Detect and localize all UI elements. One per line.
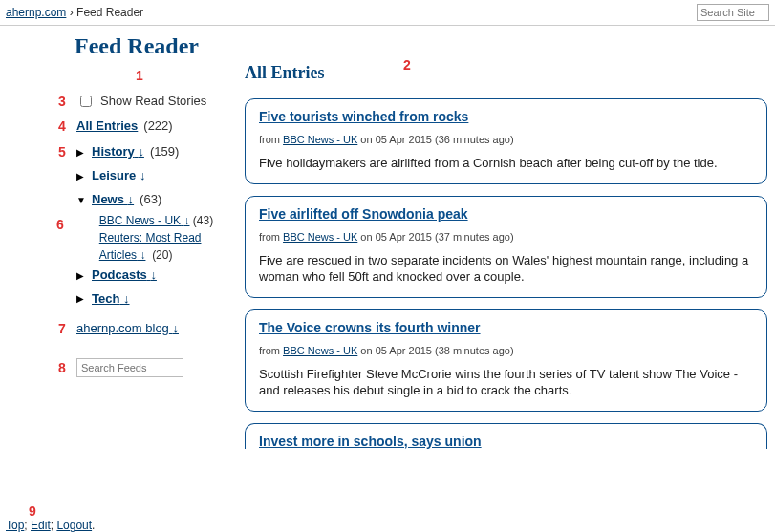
entry-title-link[interactable]: The Voice crowns its fourth winner xyxy=(259,320,481,335)
entry-body: Five holidaymakers are airlifted from a … xyxy=(259,155,753,172)
footer-edit-link[interactable]: Edit xyxy=(31,519,51,532)
page-title: Feed Reader xyxy=(75,33,775,59)
entry-meta: from BBC News - UK on 05 Apr 2015 (36 mi… xyxy=(259,134,753,145)
entry-card: Five tourists winched from rocks from BB… xyxy=(245,98,767,184)
search-feeds-input[interactable] xyxy=(76,358,183,377)
breadcrumb: ahernp.com › Feed Reader xyxy=(0,0,775,26)
main-content: All Entries Five tourists winched from r… xyxy=(235,63,775,449)
all-entries-count: (222) xyxy=(143,115,172,138)
annotation-6: 6 xyxy=(54,212,67,238)
feed-reuters-count: (20) xyxy=(152,248,172,262)
expand-icon[interactable]: ▶ xyxy=(76,289,86,308)
annotation-1: 1 xyxy=(131,63,148,89)
leisure-link[interactable]: Leisure ↓ xyxy=(92,164,145,188)
footer-top-link[interactable]: Top xyxy=(6,519,24,532)
blog-link[interactable]: ahernp.com blog ↓ xyxy=(76,317,179,341)
feed-bbc-count: (43) xyxy=(193,214,213,227)
annotation-8: 8 xyxy=(54,355,71,381)
news-count: (63) xyxy=(140,188,161,212)
entry-meta: from BBC News - UK on 05 Apr 2015 (37 mi… xyxy=(259,231,753,243)
expand-icon[interactable]: ▶ xyxy=(76,143,86,161)
annotation-5: 5 xyxy=(54,139,71,165)
news-link[interactable]: News ↓ xyxy=(92,188,134,212)
entry-source-link[interactable]: BBC News - UK xyxy=(283,345,357,356)
breadcrumb-sep: › xyxy=(66,6,76,19)
entry-title-link[interactable]: Five tourists winched from rocks xyxy=(259,109,468,124)
footer-logout-link[interactable]: Logout xyxy=(56,519,92,532)
entry-source-link[interactable]: BBC News - UK xyxy=(283,231,357,243)
breadcrumb-site-link[interactable]: ahernp.com xyxy=(6,6,66,19)
breadcrumb-page: Feed Reader xyxy=(76,6,143,19)
entry-source-link[interactable]: BBC News - UK xyxy=(283,134,357,145)
annotation-3: 3 xyxy=(54,89,71,115)
entry-meta: from BBC News - UK on 05 Apr 2015 (38 mi… xyxy=(259,345,753,356)
expand-icon[interactable]: ▶ xyxy=(76,266,86,285)
podcasts-link[interactable]: Podcasts ↓ xyxy=(92,264,157,287)
all-entries-link[interactable]: All Entries xyxy=(76,115,138,138)
annotation-7: 7 xyxy=(54,316,71,342)
entry-body: Five are rescued in two separate inciden… xyxy=(259,252,753,286)
entry-body: Scottish Firefighter Steve McCrorie wins… xyxy=(259,366,753,399)
feed-bbc-link[interactable]: BBC News - UK ↓ xyxy=(99,214,190,227)
entry-card: Five airlifted off Snowdonia peak from B… xyxy=(245,196,767,298)
show-read-label: Show Read Stories xyxy=(100,90,206,114)
annotation-4: 4 xyxy=(54,114,71,139)
footer: Top; Edit; Logout. xyxy=(0,517,100,532)
annotation-2: 2 xyxy=(403,57,411,73)
collapse-icon[interactable]: ▼ xyxy=(76,191,86,209)
feed-reuters-link[interactable]: Reuters: Most Read Articles ↓ xyxy=(99,231,202,262)
history-count: (159) xyxy=(150,140,179,164)
expand-icon[interactable]: ▶ xyxy=(76,167,86,185)
history-link[interactable]: History ↓ xyxy=(92,140,144,164)
search-site-input[interactable] xyxy=(697,4,769,21)
entry-title-link[interactable]: Five airlifted off Snowdonia peak xyxy=(259,206,468,222)
entry-card: Invest more in schools, says union xyxy=(245,423,767,449)
tech-link[interactable]: Tech ↓ xyxy=(92,287,130,311)
show-read-checkbox[interactable] xyxy=(80,96,92,107)
main-heading: All Entries xyxy=(245,63,767,83)
entry-card: The Voice crowns its fourth winner from … xyxy=(245,309,767,412)
entry-title-link[interactable]: Invest more in schools, says union xyxy=(259,434,482,449)
sidebar: 1 3 Show Read Stories 4 All Entries (222… xyxy=(54,63,235,380)
